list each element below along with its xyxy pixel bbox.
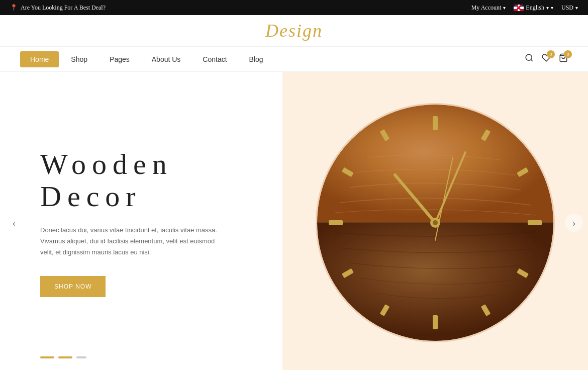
shop-now-button[interactable]: Shop Now xyxy=(40,276,106,297)
promo-text: Are You Looking For A Best Deal? xyxy=(21,4,106,12)
wishlist-badge: 0 xyxy=(547,50,555,58)
promo-message: Are You Looking For A Best Deal? xyxy=(10,4,106,12)
clock-image xyxy=(310,97,561,348)
carousel-prev-arrow[interactable]: ‹ xyxy=(5,214,23,232)
nav-item-shop[interactable]: Shop xyxy=(61,51,97,67)
dot-3[interactable] xyxy=(76,356,86,358)
svg-rect-12 xyxy=(433,315,438,329)
nav-icons-group: 0 0 xyxy=(525,53,568,65)
nav-item-pages[interactable]: Pages xyxy=(100,51,140,67)
hero-right-panel: › xyxy=(282,72,588,370)
main-nav: Home Shop Pages About Us Contact Blog 0 … xyxy=(0,47,588,72)
site-header: Design xyxy=(0,15,588,47)
top-bar-actions: My Account English USD xyxy=(471,4,578,12)
svg-line-1 xyxy=(531,59,532,61)
nav-item-about[interactable]: About Us xyxy=(142,51,191,67)
carousel-next-arrow[interactable]: › xyxy=(565,214,583,232)
svg-rect-6 xyxy=(433,116,438,130)
svg-rect-9 xyxy=(528,220,542,225)
flag-icon xyxy=(514,5,524,11)
language-selector[interactable]: English xyxy=(514,4,553,12)
nav-item-blog[interactable]: Blog xyxy=(239,51,273,67)
svg-point-22 xyxy=(433,220,438,225)
currency-selector[interactable]: USD xyxy=(561,4,578,12)
dot-2[interactable] xyxy=(58,356,72,358)
logo-text: Design xyxy=(265,21,323,41)
hero-left-panel: ‹ Wooden Decor Donec lacus dui, varius v… xyxy=(0,72,282,370)
dot-1[interactable] xyxy=(40,356,54,358)
svg-point-0 xyxy=(526,54,532,60)
site-logo[interactable]: Design xyxy=(265,20,323,41)
wishlist-button[interactable]: 0 xyxy=(542,53,551,65)
nav-item-contact[interactable]: Contact xyxy=(192,51,237,67)
language-label: English xyxy=(526,4,549,12)
carousel-dots xyxy=(40,356,86,358)
search-button[interactable] xyxy=(525,53,534,65)
my-account-link[interactable]: My Account xyxy=(471,4,506,12)
cart-button[interactable]: 0 xyxy=(559,53,568,65)
top-bar: Are You Looking For A Best Deal? My Acco… xyxy=(0,0,588,15)
cart-badge: 0 xyxy=(564,50,572,58)
nav-items-group: Home Shop Pages About Us Contact Blog xyxy=(20,51,523,67)
svg-rect-15 xyxy=(329,220,343,225)
location-pin-icon xyxy=(10,4,18,12)
nav-item-home[interactable]: Home xyxy=(20,51,59,67)
hero-title: Wooden Decor xyxy=(40,148,252,213)
hero-description: Donec lacus dui, varius vitae tincidunt … xyxy=(40,225,221,258)
hero-section: ‹ Wooden Decor Donec lacus dui, varius v… xyxy=(0,72,588,370)
